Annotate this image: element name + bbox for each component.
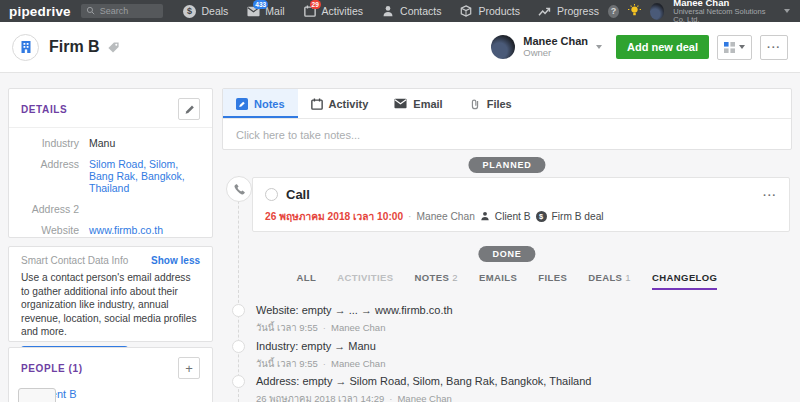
smart-contact-description: Use a contact person's email address to … (21, 271, 200, 339)
field-label: Address 2 (21, 203, 79, 215)
nav-item-mail[interactable]: 433 Mail (237, 0, 293, 22)
tag-icon[interactable] (107, 41, 120, 54)
changelog-entry: Industry: empty → Manu วันนี้ เวลา 9:55M… (256, 340, 792, 371)
composer-card: Notes Activity Email Files Clic (222, 88, 792, 150)
products-icon (459, 4, 473, 18)
changelog-time: 26 พฤษภาคม 2018 เวลา 14:29 (256, 391, 384, 402)
activities-icon: 29 (303, 4, 317, 18)
add-new-deal-button[interactable]: Add new deal (616, 35, 709, 59)
page-title: Firm B (49, 38, 100, 56)
filter-changelog[interactable]: CHANGELOG (652, 272, 717, 290)
user-avatar[interactable] (650, 3, 664, 20)
phone-icon (226, 176, 252, 202)
filter-all[interactable]: ALL (297, 272, 317, 290)
cutoff-button[interactable] (18, 388, 56, 402)
mail-badge: 433 (253, 0, 268, 9)
owner-block: Manee Chan Owner (523, 35, 588, 59)
owner-chevron-icon[interactable] (596, 45, 602, 49)
nav-label: Deals (201, 5, 228, 17)
done-badge: DONE (478, 246, 535, 262)
search-box[interactable] (81, 4, 164, 18)
changelog-entry: Website: empty → ... → www.firmb.co.th ว… (256, 304, 792, 335)
main-column: Notes Activity Email Files Clic (222, 73, 792, 402)
ellipsis-icon: ··· (767, 41, 781, 53)
notes-input[interactable]: Click here to take notes... (223, 119, 791, 151)
add-person-button[interactable]: + (178, 357, 200, 379)
show-less-link[interactable]: Show less (151, 255, 200, 266)
nav-item-progress[interactable]: Progress (529, 0, 608, 22)
organization-icon (12, 34, 39, 61)
planned-badge: PLANNED (468, 157, 545, 173)
nav-item-products[interactable]: Products (450, 0, 528, 22)
progress-icon (538, 4, 552, 18)
changelog-time: วันนี้ เวลา 9:55 (256, 356, 318, 371)
filter-notes[interactable]: NOTES2 (415, 272, 458, 290)
nav-right-cluster: ? Manee Chan Universal Netcom Solutions … (608, 0, 800, 24)
timeline-node (232, 304, 245, 317)
lightbulb-icon[interactable] (628, 4, 641, 18)
help-icon[interactable]: ? (608, 5, 619, 18)
field-value-address[interactable]: Silom Road, Silom, Bang Rak, Bangkok, Th… (89, 158, 200, 194)
envelope-icon (394, 98, 407, 109)
activities-badge: 29 (310, 0, 321, 9)
top-nav: pipedrive $ Deals 433 Mail 29 Activities (0, 0, 800, 22)
user-block[interactable]: Manee Chan Universal Netcom Solutions Co… (673, 0, 775, 24)
chevron-down-icon[interactable] (784, 9, 790, 13)
activity-call-card[interactable]: Call ··· 26 พฤษภาคม 2018 เวลา 10:00 Mane… (252, 177, 790, 232)
tab-notes[interactable]: Notes (223, 89, 298, 118)
filter-activities[interactable]: ACTIVITIES (337, 272, 393, 290)
tab-label: Files (487, 98, 512, 110)
field-value-industry: Manu (89, 137, 200, 149)
call-owner: Manee Chan (417, 211, 475, 222)
nav-item-contacts[interactable]: Contacts (372, 0, 450, 22)
view-switch-button[interactable] (717, 35, 752, 60)
call-person-link[interactable]: Client B (495, 211, 531, 222)
nav-item-activities[interactable]: 29 Activities (294, 0, 372, 22)
paperclip-icon (469, 98, 481, 110)
changelog-title: Website: empty → ... → www.firmb.co.th (256, 304, 792, 316)
call-meta: 26 พฤษภาคม 2018 เวลา 10:00 Manee Chan Cl… (265, 208, 777, 224)
tab-label: Notes (254, 98, 285, 110)
call-title: Call (286, 187, 310, 202)
tab-email[interactable]: Email (381, 89, 455, 118)
changelog-entry: Address: empty → Silom Road, Silom, Bang… (256, 375, 792, 402)
owner-name: Manee Chan (523, 35, 588, 48)
composer-tabs: Notes Activity Email Files (223, 89, 791, 119)
field-value-website[interactable]: www.firmb.co.th (89, 224, 200, 236)
changelog-title: Industry: empty → Manu (256, 340, 792, 352)
pipedrive-app: pipedrive $ Deals 433 Mail 29 Activities (0, 0, 800, 402)
field-label: Address (21, 158, 79, 194)
note-icon (236, 98, 248, 110)
search-input[interactable] (100, 6, 159, 16)
nav-label: Contacts (400, 5, 441, 17)
search-icon (86, 6, 96, 16)
filter-deals[interactable]: DEALS1 (588, 272, 631, 290)
filter-files[interactable]: FILES (538, 272, 567, 290)
person-icon (480, 211, 490, 221)
call-date: 26 พฤษภาคม 2018 เวลา 10:00 (265, 208, 403, 224)
chevron-down-icon (739, 45, 745, 49)
edit-details-button[interactable] (178, 98, 200, 120)
field-label: Industry (21, 137, 79, 149)
changelog-author: Manee Chan (331, 358, 385, 369)
field-value-address2 (89, 203, 200, 215)
page-header: Firm B Manee Chan Owner Add new deal ··· (0, 22, 800, 73)
deals-icon: $ (182, 4, 196, 18)
calendar-icon (311, 98, 323, 110)
people-title: PEOPLE (1) (21, 363, 83, 374)
smart-contact-card: Smart Contact Data Info Show less Use a … (8, 246, 213, 342)
nav-item-deals[interactable]: $ Deals (173, 0, 237, 22)
nav-label: Mail (265, 5, 284, 17)
timeline-node (232, 375, 245, 388)
header-more-button[interactable]: ··· (760, 35, 788, 60)
call-more-button[interactable]: ··· (763, 189, 777, 201)
call-deal-link[interactable]: Firm B deal (552, 211, 604, 222)
owner-avatar[interactable] (491, 35, 515, 59)
tab-activity[interactable]: Activity (298, 89, 382, 118)
mark-done-checkbox[interactable] (265, 188, 278, 201)
tab-files[interactable]: Files (456, 89, 525, 118)
deal-icon: $ (536, 211, 547, 222)
history-filters: ALL ACTIVITIES NOTES2 EMAILS FILES DEALS… (222, 272, 792, 290)
contacts-icon (381, 4, 395, 18)
filter-emails[interactable]: EMAILS (479, 272, 517, 290)
